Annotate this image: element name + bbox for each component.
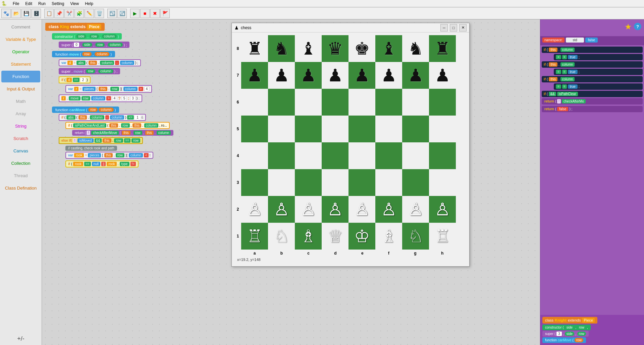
r-move-block[interactable]: r . move row column > 4 ? 5 : 3 ) ;	[59, 94, 142, 102]
knight-constructor-block[interactable]: constructor ( side , row ,	[542, 325, 591, 330]
cell-b4[interactable]	[268, 142, 295, 169]
menu-file[interactable]: File	[10, 1, 22, 7]
cell-h7[interactable]: ♟	[429, 62, 456, 89]
var-d-block[interactable]: var d = abs ( this . column - column ) ;	[59, 59, 141, 66]
cell-g2[interactable]: ♙	[402, 196, 429, 223]
cell-g6[interactable]	[402, 89, 429, 116]
cell-g8[interactable]: ♞	[402, 35, 429, 62]
cell-e4[interactable]	[348, 142, 375, 169]
cut-button[interactable]: ✂️	[64, 9, 74, 18]
cell-e7[interactable]: ♟	[348, 62, 375, 89]
cell-d7[interactable]: ♟	[322, 62, 348, 89]
cell-g5[interactable]	[402, 116, 429, 142]
save-as-button[interactable]: 🗄️	[32, 9, 41, 18]
cell-d2[interactable]: ♙	[322, 196, 348, 223]
cell-g4[interactable]	[402, 142, 429, 169]
menu-view[interactable]: View	[67, 1, 82, 7]
redo-button[interactable]: ↪️	[117, 9, 127, 18]
cell-a6[interactable]	[241, 89, 268, 116]
cell-c1[interactable]: ♗	[295, 223, 322, 250]
cell-f5[interactable]	[375, 116, 402, 142]
save-button[interactable]: 💾	[21, 9, 31, 18]
cell-a1[interactable]: ♖	[241, 223, 268, 250]
sidebar-item-comment[interactable]: Comment	[1, 21, 40, 33]
class-def-block[interactable]: class King extends Piece	[45, 23, 105, 31]
constructor-block[interactable]: constructor ( side , row , column )	[52, 33, 122, 40]
sidebar-item-classdef[interactable]: Class Defination	[1, 182, 40, 194]
stop-button[interactable]: ■	[140, 9, 150, 18]
cell-a5[interactable]	[241, 116, 268, 142]
cell-c3[interactable]	[295, 169, 322, 196]
sidebar-item-math[interactable]: Math	[1, 95, 40, 107]
super-block[interactable]: super ( 0 , side , row , column ) ;	[59, 42, 129, 48]
cell-d6[interactable]	[322, 89, 348, 116]
minimize-button[interactable]: ─	[440, 24, 448, 31]
cell-a4[interactable]	[241, 142, 268, 169]
cell-e6[interactable]	[348, 89, 375, 116]
cell-a8[interactable]: ♜	[241, 35, 268, 62]
cell-c6[interactable]	[295, 89, 322, 116]
cell-b8[interactable]: ♞	[268, 35, 295, 62]
sidebar-item-scratch[interactable]: Scratch	[1, 133, 40, 144]
cell-b1[interactable]: ♘	[268, 223, 295, 250]
copy-button[interactable]: 📋	[44, 9, 54, 18]
sidebar-item-string[interactable]: String	[1, 120, 40, 132]
menu-setting[interactable]: Setting	[49, 1, 67, 7]
if-rook-block[interactable]: if ( rook == null || rook . type !=	[65, 160, 139, 167]
sidebar-item-io[interactable]: Input & Output	[1, 83, 40, 95]
if-path-block[interactable]: if ( isPathClearAndLast ( this . row , t…	[65, 122, 170, 129]
cell-e5[interactable]	[348, 116, 375, 142]
cell-a7[interactable]: ♟	[241, 62, 268, 89]
cell-b5[interactable]	[268, 116, 295, 142]
knight-super-block[interactable]: super ( 3 , side , row	[542, 331, 589, 337]
code-area[interactable]: class King extends Piece constructor ( s…	[42, 19, 540, 345]
flag-button[interactable]: 🚩	[160, 9, 170, 18]
help-icon[interactable]: ?	[634, 23, 641, 30]
sidebar-item-canvas[interactable]: Canvas	[1, 145, 40, 157]
cell-e3[interactable]	[348, 169, 375, 196]
sidebar-item-collection[interactable]: Collection	[1, 157, 40, 169]
add-remove-button[interactable]: +/-	[17, 335, 24, 342]
menu-edit[interactable]: Edit	[22, 1, 35, 7]
cell-g1[interactable]: ♘	[402, 223, 429, 250]
knight-fn-block[interactable]: function canMove ( row	[542, 337, 586, 343]
cell-b6[interactable]	[268, 89, 295, 116]
abs-block[interactable]: if ( abs ( this . column - column ) <= 1…	[59, 114, 146, 121]
cell-f7[interactable]: ♟	[375, 62, 402, 89]
cell-e2[interactable]: ♙	[348, 196, 375, 223]
cell-d1[interactable]: ♕	[322, 223, 348, 250]
cell-f2[interactable]: ♙	[375, 196, 402, 223]
cell-b3[interactable]	[268, 169, 295, 196]
cell-b7[interactable]: ♟	[268, 62, 295, 89]
var-rook-block[interactable]: var rook = pieces [ this . row ][ column…	[65, 152, 153, 159]
open-button[interactable]: 📂	[11, 9, 21, 18]
cell-g3[interactable]	[402, 169, 429, 196]
cell-c2[interactable]: ♙	[295, 196, 322, 223]
cell-h6[interactable]	[429, 89, 456, 116]
cell-c7[interactable]: ♟	[295, 62, 322, 89]
cell-f6[interactable]	[375, 89, 402, 116]
cell-g7[interactable]: ♟	[402, 62, 429, 89]
cell-h4[interactable]	[429, 142, 456, 169]
sidebar-item-operator[interactable]: Operator	[1, 46, 40, 58]
var-r-block[interactable]: var r = pieces [ this . row ][ column > …	[65, 85, 152, 93]
edit-sprite-button[interactable]: ✏️	[85, 9, 94, 18]
else-if-block[interactable]: else if( ! isMoved && this . row == row	[59, 137, 143, 144]
cell-h2[interactable]: ♙	[429, 196, 456, 223]
cell-f4[interactable]	[375, 142, 402, 169]
menu-run[interactable]: Run	[36, 1, 48, 7]
cell-f3[interactable]	[375, 169, 402, 196]
sidebar-item-array[interactable]: Array	[1, 108, 40, 120]
cell-f8[interactable]: ♝	[375, 35, 402, 62]
cell-c4[interactable]	[295, 142, 322, 169]
cell-h8[interactable]: ♜	[429, 35, 456, 62]
cell-a3[interactable]	[241, 169, 268, 196]
cell-h3[interactable]	[429, 169, 456, 196]
cell-c8[interactable]: ♝	[295, 35, 322, 62]
sidebar-item-thread[interactable]: Thread	[1, 170, 40, 182]
cell-h1[interactable]: ♖	[429, 223, 456, 250]
cell-e8[interactable]: ♚	[348, 35, 375, 62]
false-toggle[interactable]: false	[585, 38, 598, 43]
cell-f1[interactable]: ♗	[375, 223, 402, 250]
close-button[interactable]: ✕	[459, 24, 467, 31]
